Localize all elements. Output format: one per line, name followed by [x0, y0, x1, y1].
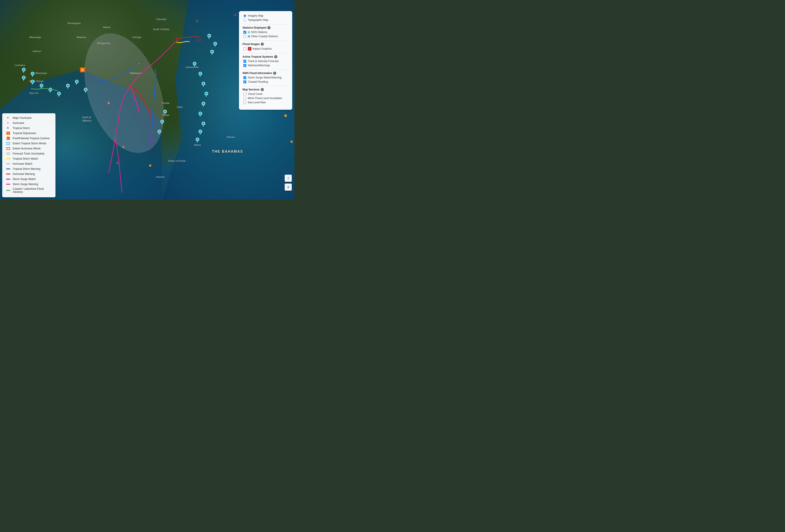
sea-level-label: Sea Level Rise: [248, 101, 266, 104]
stations-checkbox-group: NOS Stations Other Coastal Stations: [244, 31, 289, 38]
impact-graphics-label: Impact Graphics: [253, 47, 272, 50]
flood-images-help-icon[interactable]: ?: [261, 43, 264, 46]
legend-item-tropical-storm: Tropical Storm: [5, 126, 52, 130]
minor-flood-checkbox[interactable]: [244, 97, 246, 100]
legend-label-forecast-uncertainty: Forecast Track Uncertainty: [12, 152, 44, 155]
track-intensity-option[interactable]: Track & Intensity Forecast: [244, 60, 289, 63]
topographic-map-radio[interactable]: [244, 19, 246, 22]
cloud-cover-option[interactable]: Cloud Cover: [244, 92, 289, 96]
compass-icon: [286, 176, 290, 180]
legend-label-tropical-storm: Tropical Storm: [12, 127, 30, 130]
legend-icon-ts-watch: [5, 157, 11, 161]
legend-label-storm-surge-watch: Storm Surge Watch: [12, 178, 36, 181]
legend-icon-extent-tropical-winds: [5, 141, 11, 145]
stations-title: Stations Displayed ?: [243, 26, 289, 29]
legend-label-ts-warning: Tropical Storm Warning: [12, 167, 41, 170]
legend-icon-ts-warning: [5, 167, 11, 171]
legend-label-tropical-depression: Tropical Depression: [12, 132, 36, 135]
sea-level-checkbox[interactable]: [244, 101, 246, 104]
legend-item-hurricane-warning: Hurricane Warning: [5, 172, 52, 176]
map-type-radio-group: Imagery Map Topographic Map: [244, 14, 289, 22]
control-panel: Imagery Map Topographic Map Stations Dis…: [239, 11, 292, 110]
legend-icon-major-hurricane: [5, 116, 11, 120]
legend-icon-post-tropical: L: [5, 136, 11, 140]
stations-section: Stations Displayed ? NOS Stations Other …: [243, 26, 289, 38]
map-container: Columbia South Carolina Atlanta Georgia …: [0, 0, 295, 200]
legend-label-extent-tropical-winds: Extent Tropical Storm Winds: [12, 142, 46, 145]
map-services-help-icon[interactable]: ?: [261, 88, 264, 91]
svg-point-7: [8, 117, 9, 118]
watches-warnings-checkbox[interactable]: [244, 64, 246, 67]
legend-icon-storm-surge-watch: [5, 177, 11, 181]
legend-label-extent-hurricane-winds: Extent Hurricane Winds: [12, 147, 41, 150]
map-services-title: Map Services ?: [243, 88, 289, 91]
map-services-checkbox-group: Cloud Cover Minor Flood Level Inundation…: [244, 92, 289, 104]
legend-label-hurricane-warning: Hurricane Warning: [12, 172, 35, 176]
legend-icon-hurricane: [5, 121, 11, 125]
legend-item-extent-tropical-winds: Extent Tropical Storm Winds: [5, 141, 52, 145]
other-coastal-checkbox[interactable]: [244, 35, 246, 38]
imagery-map-option[interactable]: Imagery Map: [244, 14, 289, 17]
legend-item-major-hurricane: Major Hurricane: [5, 116, 52, 120]
flood-images-title: Flood Images ?: [243, 43, 289, 46]
stations-help-icon[interactable]: ?: [268, 26, 271, 29]
storm-surge-watch-option[interactable]: Storm Surge Watch/Warning: [244, 76, 289, 79]
svg-point-9: [8, 128, 9, 129]
impact-graphics-option[interactable]: ! Impact Graphics: [244, 47, 289, 51]
nos-stations-checkbox[interactable]: [244, 31, 246, 34]
legend-panel: Major Hurricane Hurricane Tropical S: [2, 113, 55, 197]
topographic-map-option[interactable]: Topographic Map: [244, 19, 289, 22]
legend-icon-coastal-flood-advisory: [5, 188, 11, 192]
storm-surge-watch-label: Storm Surge Watch/Warning: [248, 76, 282, 79]
minor-flood-option[interactable]: Minor Flood Level Inundation: [244, 97, 289, 100]
flood-images-checkbox-group: ! Impact Graphics: [244, 47, 289, 51]
coastal-flooding-checkbox[interactable]: [244, 80, 246, 83]
nos-stations-option[interactable]: NOS Stations: [244, 31, 289, 34]
legend-item-hurricane-watch: Hurricane Watch: [5, 162, 52, 166]
legend-label-ts-watch: Tropical Storm Watch: [12, 157, 38, 160]
legend-item-hurricane: Hurricane: [5, 121, 52, 125]
flood-images-section: Flood Images ? ! Impact Graphics: [243, 43, 289, 51]
map-type-section: Imagery Map Topographic Map: [243, 14, 289, 22]
legend-item-ts-watch: Tropical Storm Watch: [5, 157, 52, 161]
active-tropical-title: Active Tropical Systems ?: [243, 55, 289, 58]
topographic-map-label: Topographic Map: [248, 19, 268, 22]
active-tropical-checkbox-group: Track & Intensity Forecast Watches/Warni…: [244, 60, 289, 67]
active-tropical-section: Active Tropical Systems ? Track & Intens…: [243, 55, 289, 67]
zoom-in-button[interactable]: +: [285, 184, 292, 191]
legend-icon-tropical-storm: [5, 126, 11, 130]
track-intensity-checkbox[interactable]: [244, 60, 246, 63]
sea-level-option[interactable]: Sea Level Rise: [244, 101, 289, 104]
legend-item-post-tropical: L Post/Potential Tropical Cyclone: [5, 136, 52, 140]
active-tropical-help-icon[interactable]: ?: [274, 55, 277, 58]
coastal-flooding-label: Coastal Flooding: [248, 80, 268, 83]
compass-button[interactable]: [285, 175, 292, 182]
legend-label-storm-surge-warning: Storm Surge Warning: [12, 183, 38, 186]
nos-station-dot: [248, 31, 250, 33]
imagery-map-radio[interactable]: [244, 15, 246, 17]
nos-stations-label: NOS Stations: [251, 31, 268, 34]
legend-label-hurricane-watch: Hurricane Watch: [12, 162, 32, 165]
storm-surge-watch-checkbox[interactable]: [244, 76, 246, 79]
legend-icon-extent-hurricane-winds: [5, 147, 11, 151]
legend-label-coastal-flood-advisory: Coastal / Lakeshore Flood Advisory: [12, 187, 52, 193]
coastal-flooding-option[interactable]: Coastal Flooding: [244, 80, 289, 83]
legend-icon-hurricane-watch: [5, 162, 11, 166]
watches-warnings-option[interactable]: Watches/Warnings: [244, 64, 289, 67]
svg-point-14: [288, 178, 289, 179]
legend-icon-tropical-depression: D: [5, 131, 11, 135]
svg-text:!: !: [249, 48, 250, 50]
cloud-cover-checkbox[interactable]: [244, 92, 246, 96]
impact-graphics-checkbox[interactable]: [244, 48, 246, 50]
legend-label-post-tropical: Post/Potential Tropical Cyclone: [12, 137, 49, 140]
imagery-map-label: Imagery Map: [248, 14, 263, 17]
minor-flood-label: Minor Flood Level Inundation: [248, 97, 282, 100]
legend-item-extent-hurricane-winds: Extent Hurricane Winds: [5, 147, 52, 151]
legend-icon-storm-surge-warning: [5, 182, 11, 186]
watches-warnings-label: Watches/Warnings: [248, 64, 270, 67]
legend-item-forecast-uncertainty: Forecast Track Uncertainty: [5, 152, 52, 156]
other-coastal-option[interactable]: Other Coastal Stations: [244, 35, 289, 38]
nws-flood-checkbox-group: Storm Surge Watch/Warning Coastal Floodi…: [244, 76, 289, 83]
cloud-cover-label: Cloud Cover: [248, 92, 263, 96]
nws-flood-help-icon[interactable]: ?: [273, 72, 276, 75]
